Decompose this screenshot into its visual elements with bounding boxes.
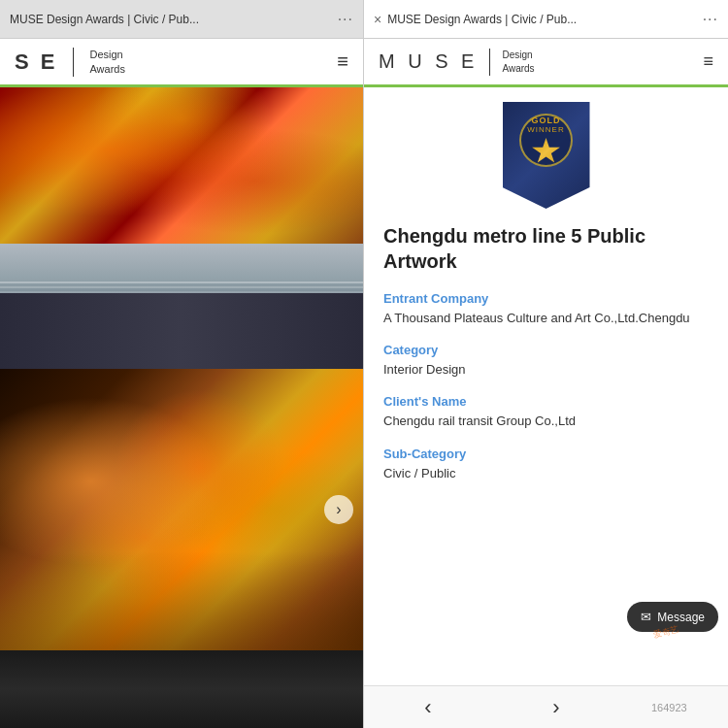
message-button-label: Message <box>657 611 705 624</box>
entrant-label: Entrant Company <box>383 291 709 306</box>
badge-ribbon: GOLD WINNER <box>503 102 590 209</box>
client-value: Chengdu rail transit Group Co.,Ltd <box>383 413 709 430</box>
right-logo-divider <box>489 49 490 76</box>
tab-left-dots[interactable]: ··· <box>338 11 353 28</box>
right-panel: M U S E Design Awards ≡ GOLD WINNER <box>364 39 728 728</box>
left-hamburger-button[interactable]: ≡ <box>337 50 348 73</box>
subcategory-value: Civic / Public <box>383 465 709 482</box>
badge-gold-text: GOLD <box>532 116 561 125</box>
gallery-image-bottom-main: › <box>0 369 363 650</box>
close-icon[interactable]: × <box>374 12 381 27</box>
bottom-navigation: ‹ › 164923 <box>364 685 728 728</box>
entrant-value: A Thousand Plateaus Culture and Art Co.,… <box>383 310 709 327</box>
subcategory-label: Sub-Category <box>383 447 709 461</box>
envelope-icon: ✉ <box>641 610 651 624</box>
award-title: Chengdu metro line 5 Public Artwork <box>383 223 709 274</box>
right-hamburger-button[interactable]: ≡ <box>703 51 713 72</box>
award-badge: GOLD WINNER <box>503 102 590 209</box>
left-header: S E Design Awards ≡ <box>0 39 363 87</box>
badge-winner-text: WINNER <box>527 125 564 134</box>
left-logo-text: Design Awards <box>89 48 124 76</box>
gallery-image-middle <box>0 244 363 369</box>
left-logo: S E Design Awards <box>15 48 125 77</box>
left-panel: S E Design Awards ≡ › <box>0 39 364 728</box>
badge-circle: GOLD WINNER <box>519 114 573 167</box>
gallery-image-top <box>0 87 363 244</box>
carousel-next-button[interactable]: › <box>324 495 353 524</box>
tab-left[interactable]: MUSE Design Awards | Civic / Pub... ··· <box>0 0 364 38</box>
right-content-area: GOLD WINNER Chengdu metro line 5 Public … <box>364 87 728 685</box>
browser-chrome: MUSE Design Awards | Civic / Pub... ··· … <box>0 0 728 39</box>
left-image-gallery: › <box>0 87 363 728</box>
gallery-image-bottom-small <box>0 650 363 728</box>
right-logo-letters: M U S E <box>379 50 478 73</box>
category-label: Category <box>383 343 709 357</box>
nav-back-button[interactable]: ‹ <box>395 695 460 720</box>
left-logo-divider <box>73 48 74 77</box>
tab-left-title: MUSE Design Awards | Civic / Pub... <box>10 13 332 26</box>
content-area: S E Design Awards ≡ › M U S E <box>0 39 728 728</box>
tab-right[interactable]: × MUSE Design Awards | Civic / Pub... ··… <box>364 0 728 38</box>
category-value: Interior Design <box>383 361 709 379</box>
right-logo-text: Design Awards <box>502 49 534 76</box>
tab-right-title: MUSE Design Awards | Civic / Pub... <box>387 13 696 26</box>
client-label: Client's Name <box>383 394 709 409</box>
page-number: 164923 <box>651 702 697 713</box>
badge-star-icon <box>532 138 561 165</box>
nav-forward-button[interactable]: › <box>523 695 588 720</box>
right-logo: M U S E Design Awards <box>379 49 535 76</box>
left-logo-letters: S E <box>15 50 57 75</box>
tab-right-dots[interactable]: ··· <box>703 11 718 28</box>
right-header: M U S E Design Awards ≡ <box>364 39 728 87</box>
